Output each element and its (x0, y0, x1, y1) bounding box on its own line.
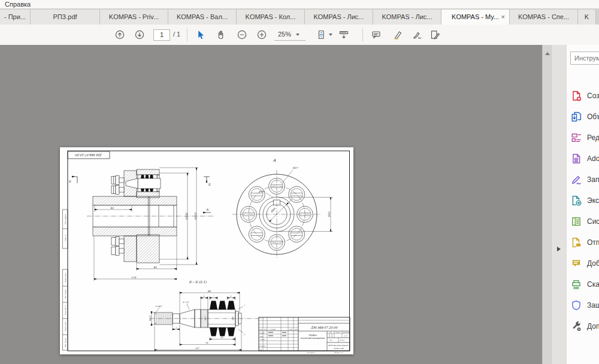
tool-adobe-sign[interactable]: Adobe Sign (567, 148, 599, 169)
tb-label: Копировал (307, 352, 316, 354)
panel-collapse-arrow-icon[interactable] (557, 247, 561, 251)
tb-label: Утв. (259, 349, 262, 351)
tb-scale: 1:1 (344, 335, 347, 337)
tb-label: Лит. (329, 332, 332, 333)
select-tool-icon[interactable] (195, 30, 205, 40)
page-number-input[interactable]: 1 (153, 29, 170, 41)
tb-org-line1: НГТУ им.Александрова (328, 344, 349, 347)
side-stamp-label: Справ. № (65, 235, 66, 242)
menu-bar: Справка (0, 0, 599, 8)
title-block: Изм. Лист № докум. Подп. Дата Разраб. Пр… (259, 317, 350, 354)
dim-label: 8 (230, 295, 232, 298)
tool-combine-files[interactable]: Объединить файлы (567, 106, 599, 127)
toolbar-separator (362, 28, 363, 41)
tb-label: Листов 1 (339, 339, 346, 341)
side-stamp-label: Подп. и дата (65, 273, 66, 283)
tb-label: Н.контр. (259, 345, 265, 347)
dim-label: Ø27 (293, 166, 299, 169)
tool-create-pdf[interactable]: Создать PDF (567, 85, 599, 106)
dim-label: Ø48 (270, 207, 277, 213)
dim-label: Ø50 (328, 211, 331, 217)
tb-label: Лист (264, 329, 268, 330)
tab-close-icon[interactable]: × (501, 10, 505, 25)
dim-label: 107 (195, 347, 199, 350)
viewer-toolbar: 1 / 1 25% (0, 25, 599, 46)
combine-files-icon (571, 111, 582, 122)
tab-kompas-priv[interactable]: KOMPAS - Priv... (100, 9, 168, 25)
tool-protect[interactable]: Защитить (567, 295, 599, 316)
protect-icon (571, 300, 582, 311)
tb-label: Лист (329, 339, 333, 341)
page-count-label: / 1 (173, 31, 180, 38)
export-pdf-icon (571, 195, 582, 206)
document-canvas[interactable]: Перв. примен. Справ. № Подп. и дата Инв.… (0, 45, 542, 364)
create-pdf-icon (571, 90, 582, 101)
fit-page-icon[interactable] (316, 30, 326, 40)
tab-kompas-mufta-active[interactable]: KOMPAS - Му... × (441, 9, 510, 25)
scroll-up-arrow-icon[interactable] (545, 52, 550, 55)
tab-kompas-lis-2[interactable]: KOMPAS - Лис... (373, 9, 441, 25)
page-scrolling-icon[interactable] (339, 30, 349, 40)
dim-label: 88 (207, 290, 211, 293)
highlight-tool-icon[interactable] (393, 30, 403, 40)
tab-kompas-lis-1[interactable]: KOMPAS - Лис... (305, 9, 373, 25)
side-stamp-label: Взам. инв. № (65, 305, 66, 314)
fill-sign-icon (571, 174, 582, 185)
main-area: Перв. примен. Справ. № Подп. и дата Инв.… (0, 45, 599, 364)
tool-send-review[interactable]: Отправить на рецензирование (567, 232, 599, 253)
section-bb-view: Б – Б (2:1) (149, 280, 264, 351)
dim-note: 1×45° (155, 305, 163, 308)
tab-kompas-spe[interactable]: KOMPAS - Спе... (510, 9, 578, 25)
dim-label: 1 (244, 304, 245, 307)
tools-list: Создать PDF Объединить файлы Редактирова… (567, 85, 599, 336)
side-stamp-label: Подп. и дата (65, 321, 66, 331)
tools-search-input[interactable] (570, 51, 599, 65)
edit-pdf-icon (571, 132, 582, 143)
section-mark-b: Б (208, 183, 211, 186)
tb-doc-number: ДМ 988-07.20.00 (311, 326, 338, 329)
zoom-level-dropdown[interactable]: 25% (274, 29, 305, 41)
dim-label: 8 (203, 295, 205, 298)
document-tab-bar: - При... РПЗ.pdf KOMPAS - Priv... KOMPAS… (0, 8, 599, 25)
menu-item-help[interactable]: Справка (0, 1, 31, 8)
tool-more-tools[interactable]: Дополнительные инструменты (567, 316, 599, 336)
tab-kompas-partial[interactable]: K (578, 9, 596, 25)
tab-rpz-pdf[interactable]: РПЗ.pdf (31, 9, 100, 25)
dim-label: 58 (205, 342, 208, 344)
tab-kompas-val[interactable]: KOMPAS - Вал... (168, 9, 237, 25)
zoom-out-button[interactable] (237, 30, 247, 40)
tab-kompas-kol[interactable]: KOMPAS - Кол... (237, 9, 305, 25)
tb-label: Т.контр. (259, 339, 265, 341)
vertical-scrollbar[interactable] (542, 45, 552, 364)
previous-page-button[interactable] (115, 30, 125, 40)
more-tools-icon (571, 321, 582, 332)
tool-export-pdf[interactable]: Экспорт PDF (567, 190, 599, 211)
comment-tool-icon[interactable] (371, 30, 381, 40)
tool-fill-sign[interactable]: Заполнить и подписать (567, 169, 599, 190)
tab-prilozhenie[interactable]: - При... (0, 9, 31, 25)
zoom-in-button[interactable] (257, 30, 267, 40)
stamp-tool-icon[interactable] (430, 30, 440, 40)
chevron-down-icon (329, 34, 332, 36)
sign-tool-icon[interactable] (412, 30, 422, 40)
section-bb-label: Б – Б (2:1) (189, 280, 207, 284)
dim-label: 5 (176, 327, 177, 329)
tool-comment[interactable]: Добавить комментарий (567, 253, 599, 274)
next-page-button[interactable] (135, 30, 144, 40)
tool-edit-pdf[interactable]: Редактировать PDF (567, 127, 599, 148)
tool-organize-pages[interactable]: Систематизировать страницы (567, 211, 599, 232)
comment-icon (571, 258, 582, 269)
tb-label: Дата (294, 329, 298, 330)
side-stamp-label: Инв. № дубл. (65, 289, 66, 299)
corner-stamp-number: ДМ 988-07.20.00 (75, 153, 102, 157)
section-mark-a: А (206, 208, 208, 211)
tool-scan-ocr[interactable]: Сканирование и распознавание (567, 274, 599, 295)
drawing-mufta: Перв. примен. Справ. № Подп. и дата Инв.… (60, 147, 353, 354)
send-review-icon (571, 237, 582, 248)
face-view-a: А (232, 158, 333, 259)
hand-tool-icon[interactable] (216, 30, 226, 40)
tb-label: Формат А3 (334, 352, 343, 354)
organize-pages-icon (571, 216, 582, 227)
acrobat-window: { "menu": { "items": ["Справка"] }, "tab… (0, 0, 599, 364)
tb-org-line2: группа З-4В (333, 347, 344, 350)
